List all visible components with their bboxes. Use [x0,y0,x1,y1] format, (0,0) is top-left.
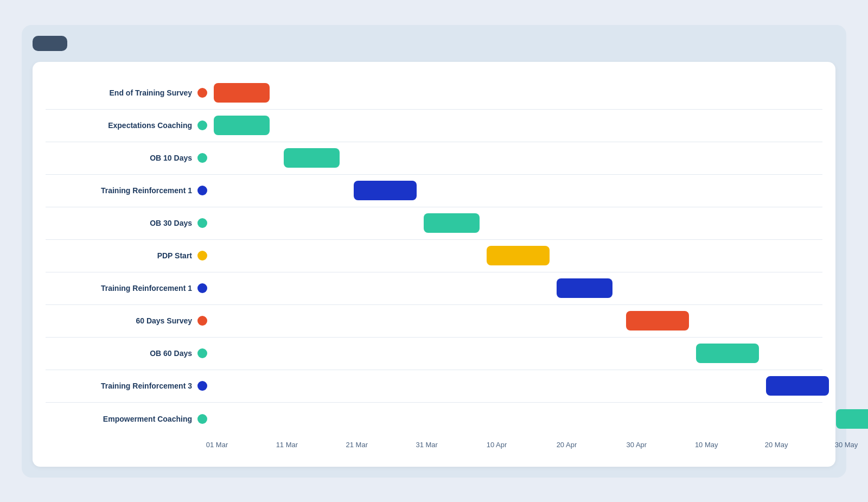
row-label-area: Training Reinforcement 1 [46,186,214,195]
gantt-area [214,370,822,402]
row-label: End of Training Survey [110,88,192,97]
gantt-area [214,207,822,239]
axis-label: 20 May [760,441,793,449]
axis-label: 30 Apr [620,441,653,449]
row-dot [197,218,207,228]
chart-title [33,36,67,51]
row-dot [197,381,207,391]
axis-label: 21 Mar [341,441,373,449]
row-label: Training Reinforcement 1 [101,284,192,293]
axis-label: 20 Apr [550,441,583,449]
row-label: Training Reinforcement 1 [101,186,192,195]
gantt-bar [214,83,270,103]
row-label: OB 30 Days [150,219,192,227]
row-label-area: Empowerment Coaching [46,414,214,424]
row-dot [197,186,207,195]
axis-label: 10 Apr [481,441,513,449]
gantt-area [214,175,822,207]
row-label: Empowerment Coaching [103,415,192,423]
row-label: Training Reinforcement 3 [101,382,192,390]
gantt-area [214,272,822,304]
row-label-area: PDP Start [46,251,214,260]
gantt-bar [354,181,417,200]
axis-label: 30 May [830,441,863,449]
row-label: OB 60 Days [150,349,192,358]
gantt-area [214,305,822,337]
row-label-area: 60 Days Survey [46,316,214,326]
axis-label: 10 May [690,441,723,449]
gantt-area [214,77,822,109]
row-dot [197,251,207,260]
axis-row: 01 Mar11 Mar21 Mar31 Mar10 Apr20 Apr30 A… [214,435,822,456]
row-label: Expectations Coaching [108,121,192,130]
row-label-area: End of Training Survey [46,88,214,98]
chart-row: Training Reinforcement 3 [46,370,822,403]
gantt-area [214,240,822,272]
gantt-bar [487,246,550,265]
row-label-area: Expectations Coaching [46,120,214,130]
gantt-area [214,403,822,435]
row-label: 60 Days Survey [136,316,192,325]
chart-row: Expectations Coaching [46,110,822,142]
gantt-bar [557,278,612,298]
chart-card: End of Training SurveyExpectations Coach… [33,62,835,467]
gantt-bar [696,344,759,363]
gantt-bar [424,213,480,233]
gantt-area [214,142,822,174]
row-label: PDP Start [157,251,192,260]
chart-row: PDP Start [46,240,822,272]
chart-row: Training Reinforcement 1 [46,175,822,207]
row-dot [197,348,207,358]
gantt-bar [284,148,340,168]
gantt-bar [626,311,689,331]
row-dot [197,153,207,163]
chart-row: OB 10 Days [46,142,822,175]
row-dot [197,120,207,130]
row-label: OB 10 Days [150,154,192,162]
gantt-area [214,338,822,370]
row-label-area: OB 30 Days [46,218,214,228]
chart-row: Training Reinforcement 1 [46,272,822,305]
gantt-bar [214,116,270,135]
row-dot [197,88,207,98]
row-label-area: Training Reinforcement 3 [46,381,214,391]
outer-container: End of Training SurveyExpectations Coach… [22,25,846,478]
chart-row: 60 Days Survey [46,305,822,338]
gantt-bar [836,409,868,429]
axis-label: 11 Mar [271,441,303,449]
chart-row: OB 60 Days [46,338,822,370]
axis-label: 01 Mar [201,441,233,449]
row-dot [197,414,207,424]
gantt-area [214,110,822,142]
row-label-area: OB 10 Days [46,153,214,163]
chart-row: OB 30 Days [46,207,822,240]
gantt-bar [766,376,829,396]
chart-row: Empowerment Coaching [46,403,822,435]
row-dot [197,316,207,326]
row-label-area: Training Reinforcement 1 [46,283,214,293]
axis-label: 31 Mar [411,441,443,449]
chart-row: End of Training Survey [46,77,822,110]
row-label-area: OB 60 Days [46,348,214,358]
row-dot [197,283,207,293]
chart-area: End of Training SurveyExpectations Coach… [46,77,822,435]
